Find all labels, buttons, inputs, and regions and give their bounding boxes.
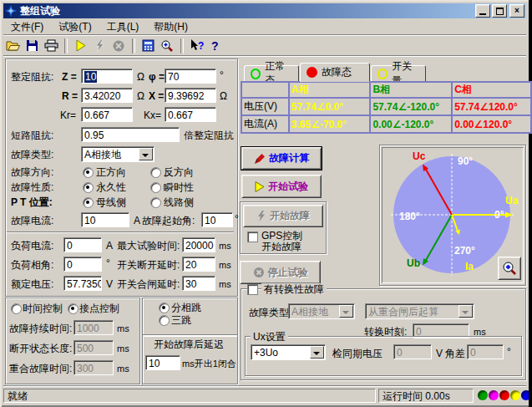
transform-fault-label[interactable]: 有转换性故障 — [261, 283, 327, 295]
maximize-button[interactable] — [492, 4, 507, 18]
delay-title: 开始故障后延迟 — [154, 338, 224, 350]
open-length-unit: ms — [117, 343, 129, 354]
radio-nature-perm[interactable] — [83, 182, 94, 193]
nature-inst-label[interactable]: 瞬时性 — [164, 181, 194, 193]
fault-angle-unit: ° — [235, 213, 239, 225]
ux-dropdown[interactable]: +3Uo — [251, 344, 326, 360]
menu-help[interactable]: 帮助(H) — [146, 19, 195, 35]
fault-current-input[interactable]: 10 — [81, 212, 129, 227]
dir-forward-label[interactable]: 正方向 — [96, 166, 126, 178]
pt-bus-label[interactable]: 母线侧 — [96, 196, 126, 208]
open-folder-icon[interactable] — [3, 37, 22, 54]
toolbar: ? ? — [3, 36, 526, 55]
radio-time-control[interactable] — [11, 303, 22, 314]
pt-line-label[interactable]: 线路侧 — [164, 196, 194, 208]
phasor-zoom-button[interactable] — [498, 257, 521, 280]
radio-three-trip[interactable] — [159, 315, 170, 326]
save-icon[interactable] — [23, 37, 41, 54]
col-header-c: C相 — [452, 82, 531, 98]
print-icon[interactable] — [42, 37, 60, 54]
magnifier-plus-icon — [502, 261, 517, 276]
start-test-button[interactable]: 开始试验 — [241, 175, 322, 198]
fault-duration-label: 故障持续时间: — [9, 323, 72, 334]
open-delay-input[interactable]: 20 — [182, 257, 215, 272]
load-current-unit: A — [106, 240, 113, 252]
z-label: Z = — [62, 71, 77, 83]
zoom-icon[interactable] — [158, 37, 176, 54]
fault-type-dropdown[interactable]: A相接地 — [81, 146, 155, 162]
voltage-a-cell: 57.74∠0.0° — [289, 98, 371, 115]
minimize-button[interactable] — [475, 4, 490, 18]
gps-label-line1[interactable]: GPS控制 — [261, 230, 302, 242]
max-time-input[interactable]: 20000 — [182, 237, 215, 252]
radio-pt-line[interactable] — [150, 197, 161, 208]
angle-diff-unit: ° — [507, 346, 511, 358]
chevron-down-icon[interactable] — [139, 148, 153, 160]
phasor-uc-label: Uc — [413, 150, 425, 162]
load-current-label: 负荷电流: — [11, 240, 53, 252]
tab-fault-state[interactable]: 故障态 — [300, 63, 370, 82]
radio-dir-reverse[interactable] — [150, 167, 161, 178]
dir-reverse-label[interactable]: 反方向 — [164, 166, 194, 178]
gps-control-checkbox[interactable] — [247, 231, 258, 242]
svg-text:?: ? — [198, 40, 204, 52]
tab-switch-state[interactable]: 开关量 — [371, 65, 426, 82]
phasor-ua-label: Ua — [505, 195, 518, 206]
current-b-cell: 0.00∠-120.0° — [370, 115, 452, 133]
calculator-icon[interactable] — [139, 37, 157, 54]
close-button[interactable]: × — [509, 4, 524, 18]
rated-voltage-input[interactable]: 57.7350 — [63, 276, 102, 291]
app-window: 整组试验 × 文件(F) 试验(T) 工具(L) 帮助(H) — [0, 0, 532, 407]
time-control-label[interactable]: 时间控制 — [23, 303, 63, 314]
radio-phase-trip[interactable] — [159, 303, 170, 313]
fault-calc-button[interactable]: 故障计算 — [241, 147, 322, 170]
fault-angle-label: 故障起始角: — [142, 215, 195, 226]
stop-test-icon[interactable] — [109, 37, 128, 54]
reclose-time-input: 300 — [73, 360, 114, 375]
close-delay-input[interactable]: 30 — [182, 276, 215, 291]
z-input[interactable]: 10 — [81, 69, 133, 84]
radio-nature-inst[interactable] — [150, 182, 161, 193]
fault-angle-input[interactable]: 10 — [201, 212, 233, 227]
window-edge — [529, 0, 532, 407]
load-phase-input[interactable]: 0 — [63, 257, 102, 272]
nature-perm-label[interactable]: 永久性 — [96, 181, 126, 193]
r-unit: Ω — [137, 90, 144, 102]
kx-input[interactable]: 0.667 — [165, 107, 216, 122]
phi-input[interactable]: 70 — [165, 69, 216, 84]
r-input[interactable]: 3.42020 — [81, 88, 133, 103]
reclose-time-label: 重合故障时间: — [9, 363, 72, 374]
gps-label-line2: 开始故障 — [261, 241, 301, 252]
radio-dir-forward[interactable] — [83, 167, 94, 178]
about-icon[interactable]: ? — [206, 37, 225, 54]
phase-trip-label[interactable]: 分相跳 — [171, 302, 201, 313]
radio-contact-control[interactable] — [68, 303, 79, 314]
voltage-c-cell: 57.74∠120.0° — [452, 98, 531, 115]
x-input[interactable]: 9.39692 — [165, 88, 216, 103]
max-time-unit: ms — [219, 240, 231, 252]
rated-voltage-unit: V — [106, 278, 113, 290]
three-trip-label[interactable]: 三跳 — [171, 314, 191, 326]
load-phase-unit: ° — [106, 257, 110, 269]
menu-test[interactable]: 试验(T) — [51, 19, 99, 35]
kr-input[interactable]: 0.667 — [81, 107, 133, 122]
phasor-ub-label: Ub — [407, 257, 420, 269]
status-led-red — [499, 390, 509, 400]
title-bar[interactable]: 整组试验 × — [3, 3, 526, 18]
load-current-input[interactable]: 0 — [63, 237, 102, 252]
tab-normal-state[interactable]: 正常态 — [244, 65, 299, 82]
radio-pt-bus[interactable] — [83, 197, 94, 208]
context-help-icon[interactable]: ? — [187, 37, 205, 54]
menu-file[interactable]: 文件(F) — [3, 19, 51, 35]
transform-fault-checkbox[interactable] — [247, 284, 258, 295]
chevron-down-icon[interactable] — [310, 346, 324, 359]
menu-tools[interactable]: 工具(L) — [99, 19, 147, 35]
contact-control-label[interactable]: 接点控制 — [79, 303, 119, 314]
rated-voltage-label: 额定电压: — [11, 278, 53, 290]
short-circuit-input[interactable]: 0.95 — [81, 127, 180, 142]
start-test-icon[interactable] — [71, 37, 89, 54]
transform-timing-dropdown: 从重合闸后起算 — [365, 303, 474, 319]
start-fault-icon[interactable] — [90, 37, 109, 54]
delay-input[interactable]: 10 — [145, 355, 180, 370]
open-delay-unit: ms — [219, 259, 231, 271]
